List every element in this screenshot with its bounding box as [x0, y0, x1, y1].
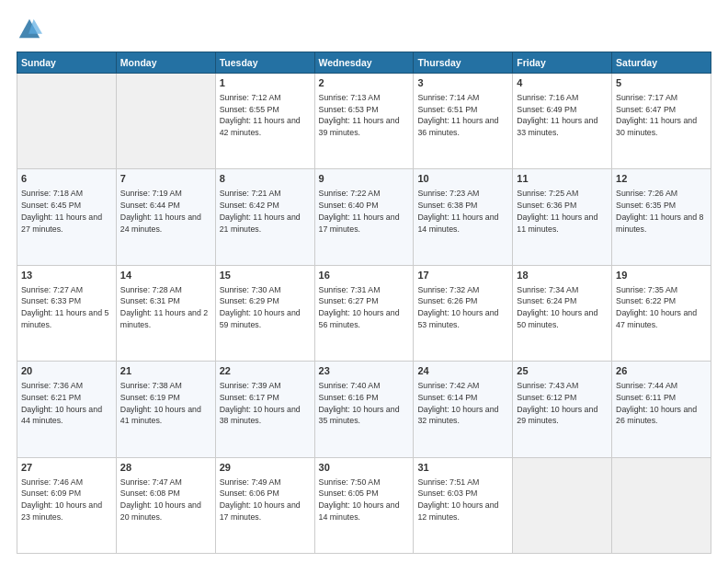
day-number: 26 [616, 364, 707, 379]
calendar-header-tuesday: Tuesday [215, 52, 314, 74]
day-info: Sunrise: 7:26 AM Sunset: 6:35 PM Dayligh… [616, 188, 707, 235]
logo [17, 17, 46, 42]
day-info: Sunrise: 7:50 AM Sunset: 6:05 PM Dayligh… [319, 477, 410, 523]
calendar-cell: 15Sunrise: 7:30 AM Sunset: 6:29 PM Dayli… [215, 265, 314, 361]
day-info: Sunrise: 7:18 AM Sunset: 6:45 PM Dayligh… [21, 188, 112, 235]
day-number: 14 [120, 269, 211, 283]
calendar-cell: 25Sunrise: 7:43 AM Sunset: 6:12 PM Dayli… [513, 362, 612, 457]
day-number: 3 [417, 76, 508, 91]
calendar-cell: 19Sunrise: 7:35 AM Sunset: 6:22 PM Dayli… [612, 265, 711, 361]
day-number: 5 [616, 76, 707, 91]
day-info: Sunrise: 7:36 AM Sunset: 6:21 PM Dayligh… [21, 380, 112, 427]
calendar-cell: 4Sunrise: 7:16 AM Sunset: 6:49 PM Daylig… [513, 74, 612, 169]
calendar-week-3: 13Sunrise: 7:27 AM Sunset: 6:33 PM Dayli… [17, 265, 711, 361]
day-number: 10 [417, 172, 508, 187]
calendar-week-1: 1Sunrise: 7:12 AM Sunset: 6:55 PM Daylig… [17, 74, 711, 169]
calendar-week-5: 27Sunrise: 7:46 AM Sunset: 6:09 PM Dayli… [17, 457, 711, 553]
day-number: 1 [220, 76, 311, 91]
calendar-cell: 24Sunrise: 7:42 AM Sunset: 6:14 PM Dayli… [414, 362, 513, 457]
day-info: Sunrise: 7:23 AM Sunset: 6:38 PM Dayligh… [417, 188, 508, 235]
calendar-week-2: 6Sunrise: 7:18 AM Sunset: 6:45 PM Daylig… [17, 169, 711, 265]
calendar-cell [116, 74, 215, 169]
calendar-cell: 1Sunrise: 7:12 AM Sunset: 6:55 PM Daylig… [215, 74, 314, 169]
day-info: Sunrise: 7:12 AM Sunset: 6:55 PM Dayligh… [220, 92, 311, 139]
calendar-header-row: SundayMondayTuesdayWednesdayThursdayFrid… [17, 52, 711, 74]
calendar-cell: 30Sunrise: 7:50 AM Sunset: 6:05 PM Dayli… [314, 457, 414, 553]
day-info: Sunrise: 7:17 AM Sunset: 6:47 PM Dayligh… [616, 92, 707, 139]
calendar-cell [17, 74, 117, 169]
day-info: Sunrise: 7:42 AM Sunset: 6:14 PM Dayligh… [417, 380, 508, 427]
day-info: Sunrise: 7:22 AM Sunset: 6:40 PM Dayligh… [319, 188, 410, 235]
day-info: Sunrise: 7:30 AM Sunset: 6:29 PM Dayligh… [220, 284, 311, 331]
calendar-cell: 7Sunrise: 7:19 AM Sunset: 6:44 PM Daylig… [116, 169, 215, 265]
day-number: 11 [517, 172, 608, 187]
day-number: 21 [120, 364, 211, 379]
calendar-cell: 26Sunrise: 7:44 AM Sunset: 6:11 PM Dayli… [612, 362, 711, 457]
day-number: 8 [220, 172, 311, 187]
day-info: Sunrise: 7:32 AM Sunset: 6:26 PM Dayligh… [417, 284, 508, 331]
calendar-cell: 3Sunrise: 7:14 AM Sunset: 6:51 PM Daylig… [414, 74, 513, 169]
day-info: Sunrise: 7:13 AM Sunset: 6:53 PM Dayligh… [319, 92, 410, 139]
day-info: Sunrise: 7:40 AM Sunset: 6:16 PM Dayligh… [319, 380, 410, 427]
day-info: Sunrise: 7:34 AM Sunset: 6:24 PM Dayligh… [517, 284, 608, 331]
day-info: Sunrise: 7:16 AM Sunset: 6:49 PM Dayligh… [517, 92, 608, 139]
calendar-cell: 23Sunrise: 7:40 AM Sunset: 6:16 PM Dayli… [314, 362, 414, 457]
calendar-cell: 29Sunrise: 7:49 AM Sunset: 6:06 PM Dayli… [215, 457, 314, 553]
calendar-header-wednesday: Wednesday [314, 52, 414, 74]
day-number: 18 [517, 269, 608, 283]
day-number: 12 [616, 172, 707, 187]
day-number: 6 [21, 172, 112, 187]
calendar-cell: 21Sunrise: 7:38 AM Sunset: 6:19 PM Dayli… [116, 362, 215, 457]
day-number: 31 [417, 461, 508, 476]
calendar-cell: 14Sunrise: 7:28 AM Sunset: 6:31 PM Dayli… [116, 265, 215, 361]
calendar-cell: 2Sunrise: 7:13 AM Sunset: 6:53 PM Daylig… [314, 74, 414, 169]
day-info: Sunrise: 7:49 AM Sunset: 6:06 PM Dayligh… [220, 477, 311, 523]
day-info: Sunrise: 7:38 AM Sunset: 6:19 PM Dayligh… [120, 380, 211, 427]
day-number: 23 [319, 364, 410, 379]
calendar-table: SundayMondayTuesdayWednesdayThursdayFrid… [17, 52, 711, 554]
calendar-cell: 27Sunrise: 7:46 AM Sunset: 6:09 PM Dayli… [17, 457, 117, 553]
calendar-cell: 13Sunrise: 7:27 AM Sunset: 6:33 PM Dayli… [17, 265, 117, 361]
calendar-cell: 5Sunrise: 7:17 AM Sunset: 6:47 PM Daylig… [612, 74, 711, 169]
day-number: 7 [120, 172, 211, 187]
calendar-cell: 18Sunrise: 7:34 AM Sunset: 6:24 PM Dayli… [513, 265, 612, 361]
day-info: Sunrise: 7:39 AM Sunset: 6:17 PM Dayligh… [220, 380, 311, 427]
day-info: Sunrise: 7:14 AM Sunset: 6:51 PM Dayligh… [417, 92, 508, 139]
day-number: 22 [220, 364, 311, 379]
calendar-cell: 22Sunrise: 7:39 AM Sunset: 6:17 PM Dayli… [215, 362, 314, 457]
calendar-cell: 12Sunrise: 7:26 AM Sunset: 6:35 PM Dayli… [612, 169, 711, 265]
calendar-cell: 31Sunrise: 7:51 AM Sunset: 6:03 PM Dayli… [414, 457, 513, 553]
day-info: Sunrise: 7:27 AM Sunset: 6:33 PM Dayligh… [21, 284, 112, 331]
calendar-header-saturday: Saturday [612, 52, 711, 74]
day-info: Sunrise: 7:51 AM Sunset: 6:03 PM Dayligh… [417, 477, 508, 523]
day-number: 16 [319, 269, 410, 283]
day-number: 19 [616, 269, 707, 283]
day-info: Sunrise: 7:21 AM Sunset: 6:42 PM Dayligh… [220, 188, 311, 235]
calendar-cell: 9Sunrise: 7:22 AM Sunset: 6:40 PM Daylig… [314, 169, 414, 265]
calendar-header-sunday: Sunday [17, 52, 117, 74]
day-info: Sunrise: 7:28 AM Sunset: 6:31 PM Dayligh… [120, 284, 211, 331]
calendar-header-monday: Monday [116, 52, 215, 74]
day-info: Sunrise: 7:43 AM Sunset: 6:12 PM Dayligh… [517, 380, 608, 427]
day-number: 27 [21, 461, 112, 476]
day-number: 29 [220, 461, 311, 476]
calendar-header-friday: Friday [513, 52, 612, 74]
day-number: 2 [319, 76, 410, 91]
calendar-cell: 16Sunrise: 7:31 AM Sunset: 6:27 PM Dayli… [314, 265, 414, 361]
day-number: 24 [417, 364, 508, 379]
calendar-cell: 11Sunrise: 7:25 AM Sunset: 6:36 PM Dayli… [513, 169, 612, 265]
logo-icon [17, 17, 42, 42]
day-info: Sunrise: 7:35 AM Sunset: 6:22 PM Dayligh… [616, 284, 707, 331]
day-number: 13 [21, 269, 112, 283]
header [17, 17, 711, 42]
day-number: 17 [417, 269, 508, 283]
day-number: 25 [517, 364, 608, 379]
day-number: 15 [220, 269, 311, 283]
page: SundayMondayTuesdayWednesdayThursdayFrid… [0, 0, 728, 563]
calendar-cell: 6Sunrise: 7:18 AM Sunset: 6:45 PM Daylig… [17, 169, 117, 265]
calendar-week-4: 20Sunrise: 7:36 AM Sunset: 6:21 PM Dayli… [17, 362, 711, 457]
calendar-header-thursday: Thursday [414, 52, 513, 74]
day-number: 20 [21, 364, 112, 379]
calendar-cell: 20Sunrise: 7:36 AM Sunset: 6:21 PM Dayli… [17, 362, 117, 457]
day-info: Sunrise: 7:25 AM Sunset: 6:36 PM Dayligh… [517, 188, 608, 235]
